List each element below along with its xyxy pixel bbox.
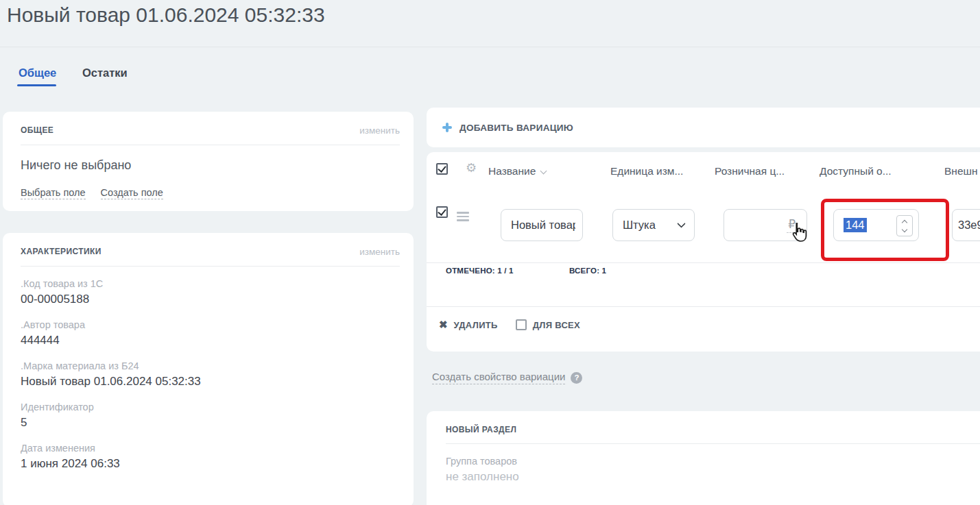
general-edit-link[interactable]: изменить: [359, 125, 400, 136]
tab-stock[interactable]: Остатки: [82, 66, 128, 79]
product-page: Новый товар 01.06.2024 05:32:33 Общее Ос…: [0, 0, 980, 505]
external-code-value: 33e9: [958, 219, 980, 232]
create-field-link[interactable]: Создать поле: [101, 187, 163, 199]
field-label: Идентификатор: [21, 402, 396, 412]
field-value-empty: не заполнено: [446, 470, 977, 484]
field-value: 5: [21, 416, 396, 430]
divider: [446, 443, 980, 444]
field-label: .Автор товара: [21, 319, 396, 330]
divider: [427, 262, 980, 263]
field-label: .Код товара из 1С: [21, 278, 396, 289]
field-material-brand: .Марка материала из Б24 Новый товар 01.0…: [21, 360, 396, 389]
column-header-price[interactable]: Розничная ц...: [715, 165, 785, 177]
new-section-title: НОВЫЙ РАЗДЕЛ: [446, 425, 516, 434]
page-title: Новый товар 01.06.2024 05:32:33: [7, 3, 325, 27]
chevron-down-icon: [677, 219, 686, 228]
total-counter: ВСЕГО: 1: [569, 267, 606, 275]
retail-price-input[interactable]: ₽: [724, 209, 807, 241]
general-card: ОБЩЕЕ изменить Ничего не выбрано Выбрать…: [3, 112, 414, 211]
add-variation-button[interactable]: ДОБАВИТЬ ВАРИАЦИЮ: [427, 108, 980, 147]
properties-card: ХАРАКТЕРИСТИКИ изменить .Код товара из 1…: [3, 233, 414, 505]
chevron-down-icon: [540, 168, 547, 175]
new-section-card: НОВЫЙ РАЗДЕЛ Группа товаров не заполнено: [427, 411, 980, 505]
field-label: Группа товаров: [446, 456, 977, 467]
for-all-checkbox[interactable]: ДЛЯ ВСЕХ: [516, 319, 580, 330]
column-header-external-code[interactable]: Внешн: [944, 165, 978, 177]
field-author: .Автор товара 444444: [21, 319, 396, 347]
checked-counter: ОТМЕЧЕНО: 1 / 1: [446, 267, 514, 275]
field-identifier: Идентификатор 5: [21, 402, 396, 430]
general-card-title: ОБЩЕЕ: [21, 125, 53, 135]
field-value: 1 июня 2024 06:33: [21, 457, 396, 471]
divider: [21, 145, 400, 145]
column-header-available[interactable]: Доступный о...: [820, 165, 892, 177]
selected-quantity-text: 144: [844, 218, 867, 232]
help-icon[interactable]: ?: [571, 372, 582, 384]
nothing-selected-text: Ничего не выбрано: [21, 158, 396, 173]
field-label: .Марка материала из Б24: [21, 360, 396, 371]
field-value: 444444: [21, 334, 396, 347]
available-quantity-input[interactable]: 144: [833, 209, 919, 241]
divider: [21, 266, 400, 267]
x-icon: ✖: [439, 319, 448, 331]
select-all-checkbox[interactable]: [436, 163, 448, 175]
field-product-group: Группа товаров не заполнено: [446, 456, 977, 484]
gear-icon[interactable]: ⚙: [466, 160, 477, 175]
properties-edit-link[interactable]: изменить: [359, 247, 400, 257]
add-variation-label: ДОБАВИТЬ ВАРИАЦИЮ: [459, 123, 573, 133]
number-spinner[interactable]: [896, 215, 913, 236]
select-field-link[interactable]: Выбрать поле: [21, 187, 86, 199]
field-modified-date: Дата изменения 1 июня 2024 06:33: [21, 443, 396, 471]
ruble-placeholder: ₽: [787, 217, 797, 233]
spinner-up-icon: [902, 219, 907, 225]
column-header-unit[interactable]: Единица изм...: [610, 165, 683, 177]
field-label: Дата изменения: [21, 443, 396, 454]
field-value: Новый товар 01.06.2024 05:32:33: [21, 375, 396, 389]
column-header-name[interactable]: Название: [488, 165, 546, 177]
tab-general[interactable]: Общее: [19, 66, 56, 79]
checkbox-unchecked: [516, 319, 527, 330]
field-product-code: .Код товара из 1С 00-00005188: [21, 278, 396, 306]
active-tab-underline: [17, 84, 56, 86]
delete-button[interactable]: ✖ УДАЛИТЬ: [439, 319, 498, 331]
create-variation-property-link[interactable]: Создать свойство вариации: [432, 371, 565, 384]
external-code-input[interactable]: 33e9: [952, 209, 980, 241]
spinner-down-icon: [902, 226, 907, 232]
drag-handle-icon[interactable]: [457, 212, 469, 223]
unit-select-value: Штука: [623, 219, 656, 232]
field-value: 00-00005188: [21, 293, 396, 306]
unit-select[interactable]: Штука: [612, 209, 695, 241]
variation-name-input[interactable]: [501, 209, 583, 241]
plus-icon: [442, 123, 452, 132]
properties-card-title: ХАРАКТЕРИСТИКИ: [21, 247, 101, 256]
variations-grid: ⚙ Название Единица изм... Розничная ц...…: [427, 152, 980, 352]
row-checkbox[interactable]: [436, 206, 448, 218]
divider: [427, 306, 980, 307]
header-divider: [0, 47, 980, 47]
